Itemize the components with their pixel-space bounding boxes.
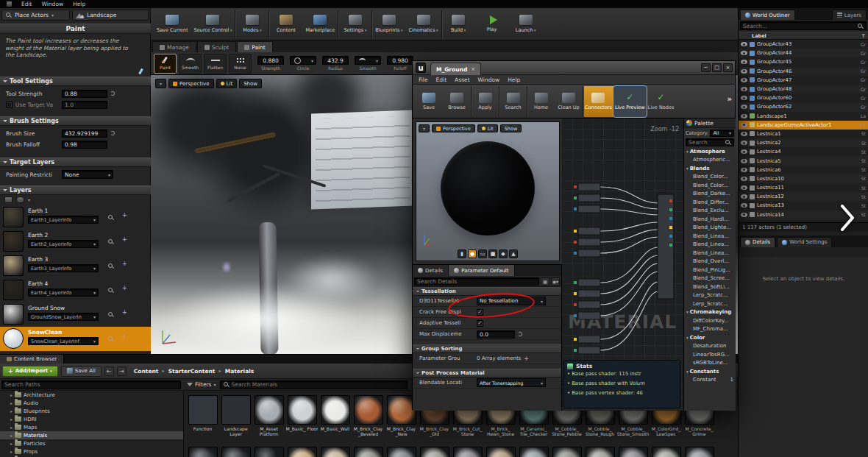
menubar-item[interactable]: Help — [73, 1, 85, 7]
mesh-shape-icon[interactable]: ▲ — [509, 249, 518, 258]
asset-tile[interactable]: Landscape Layer — [219, 395, 252, 447]
visibility-eye-icon[interactable] — [741, 60, 747, 64]
layer-find-icon[interactable] — [107, 214, 114, 221]
toolbar-button[interactable]: Build — [441, 10, 475, 39]
section-tool-settings[interactable]: Tool Settings — [0, 77, 151, 86]
layer-info-dropdown[interactable]: SnowClean_LayerInf▾ — [28, 337, 99, 345]
Earth 2[interactable]: Earth 2 Earth2_LayerInfo▾ + — [0, 230, 151, 254]
visibility-eye-icon[interactable] — [741, 203, 747, 208]
palette-item[interactable]: MF_Chroma... — [684, 325, 736, 334]
material-node-graph[interactable]: Zoom -12 MATERIAL — [562, 118, 683, 411]
outliner-row[interactable]: Lestnica1 St — [739, 130, 868, 138]
close-button[interactable]: × — [723, 63, 733, 72]
add-import-button[interactable]: Add/Import — [2, 366, 58, 377]
visibility-eye-icon[interactable] — [741, 213, 747, 217]
category-dropdown[interactable]: All▾ — [710, 130, 734, 137]
outliner-row[interactable]: Lestnica11 St — [739, 183, 868, 192]
landscape-field-input[interactable] — [355, 56, 381, 65]
palette-item[interactable]: Blend_SoftLi... — [684, 283, 736, 291]
section-tessellation[interactable]: Tessellation — [413, 287, 561, 296]
asset-tile[interactable] — [683, 447, 716, 457]
visibility-eye-icon[interactable] — [741, 159, 747, 163]
layer-add-icon[interactable]: + — [122, 236, 127, 243]
outliner-row[interactable]: Lestnica4 St — [739, 147, 868, 156]
palette-item[interactable]: Lerp_Scratc... — [684, 300, 736, 308]
toolbar-button[interactable]: Source Control — [191, 10, 235, 39]
outliner-row[interactable]: GroupActor44 Gr — [739, 49, 868, 57]
material-menu-item[interactable]: Window — [478, 77, 500, 83]
folder-tree-item[interactable]: Materials — [0, 431, 183, 439]
palette-item[interactable]: Color — [684, 333, 736, 342]
back-arrow-button[interactable]: ← — [104, 366, 114, 376]
outliner-search-input[interactable]: Search... — [740, 21, 867, 30]
teapot-shape-icon[interactable]: ◆ — [499, 249, 508, 258]
palette-item[interactable]: Constants — [684, 367, 736, 376]
material-toolbar-button[interactable]: Home — [527, 86, 555, 117]
visibility-eye-icon[interactable] — [741, 78, 747, 82]
outliner-row[interactable]: GroupActor47 Gr — [739, 76, 868, 85]
layer-add-icon[interactable]: + — [122, 285, 127, 291]
folder-tree-item[interactable]: Maps — [0, 423, 183, 431]
breadcrumb-item[interactable]: Materials — [225, 368, 262, 375]
layer-find-icon[interactable] — [107, 336, 114, 342]
layer-find-icon[interactable] — [107, 287, 114, 294]
asset-tile[interactable] — [252, 447, 285, 457]
palette-item[interactable]: DiffColorKey... — [684, 316, 736, 325]
asset-tile[interactable]: M_Basic_Wall — [319, 395, 352, 447]
outliner-row[interactable]: GroupActor62 Gr — [739, 102, 868, 111]
section-post-process[interactable]: Post Process Material — [413, 369, 561, 378]
viewport-perspective-button[interactable]: Perspective — [168, 79, 214, 88]
asset-tile[interactable] — [517, 447, 550, 457]
folder-tree-item[interactable]: HDRI — [0, 415, 183, 423]
add-layer-icon[interactable] — [4, 196, 13, 203]
viewport-options-button[interactable]: ▾ — [155, 79, 166, 88]
toolbar-button[interactable]: Cinematics — [405, 10, 441, 39]
material-toolbar-button[interactable]: Clean Up — [555, 86, 583, 117]
preview-options-button[interactable]: ▾ — [419, 124, 430, 132]
palette-item[interactable]: Blend_Darke... — [684, 190, 736, 199]
landscape-field-input[interactable] — [290, 56, 316, 65]
folder-tree-item[interactable]: Props — [0, 447, 183, 456]
visibility-eye-icon[interactable] — [741, 69, 747, 74]
palette-item[interactable]: Blend_Overl... — [684, 258, 736, 266]
section-brush-settings[interactable]: Brush Settings — [0, 116, 151, 126]
breadcrumb-item[interactable]: StarterContent — [168, 368, 225, 375]
layer-add-icon[interactable]: + — [122, 309, 127, 316]
asset-tile[interactable] — [650, 447, 683, 457]
visibility-eye-icon[interactable] — [741, 87, 747, 91]
landscape-field-input[interactable]: 0.880 — [257, 56, 284, 65]
viewport-show-button[interactable]: Show — [239, 79, 262, 88]
filters-button[interactable]: Filters▾ — [187, 380, 216, 389]
toolbar-button[interactable]: Save Current — [154, 10, 191, 39]
section-layers[interactable]: Layers — [0, 185, 151, 195]
folder-tree-item[interactable]: Audio — [0, 399, 183, 407]
reset-icon[interactable] — [110, 91, 115, 96]
material-toolbar-button[interactable]: Apply — [471, 86, 499, 117]
tab-details-bottom[interactable]: Details — [740, 237, 775, 247]
tab-world-settings[interactable]: World Settings — [777, 237, 832, 247]
material-toolbar-button[interactable]: Search — [499, 86, 527, 117]
tool-strength-input[interactable]: 0.88 — [62, 90, 107, 98]
toolbar-button[interactable]: Marketplace — [302, 10, 338, 39]
toolbar-button[interactable]: Launch — [509, 10, 543, 39]
outliner-row[interactable]: Landscape1 La — [739, 112, 868, 121]
cube-shape-icon[interactable]: ■ — [488, 249, 497, 258]
folder-tree-item[interactable]: Particles — [0, 439, 183, 447]
asset-tile[interactable] — [418, 447, 451, 457]
section-target-layers[interactable]: Target Layers — [0, 157, 151, 167]
outliner-row[interactable]: GroupActor46 Gr — [739, 67, 868, 76]
layer-info-dropdown[interactable]: Earth2_LayerInfo▾ — [28, 240, 99, 248]
palette-item[interactable]: Constant 1 — [684, 376, 736, 385]
tab-world-outliner[interactable]: World Outliner — [740, 10, 795, 20]
material-toolbar-button[interactable]: Browse — [443, 86, 471, 117]
mode-selector-dropdown[interactable]: Landscape — [72, 10, 149, 21]
preview-perspective-button[interactable]: Perspective — [432, 124, 475, 132]
add-element-icon[interactable]: + — [524, 355, 529, 362]
outliner-row[interactable]: Lestnica2 St — [739, 138, 868, 147]
toolbar-button[interactable]: Modes — [235, 10, 268, 39]
visibility-eye-icon[interactable] — [741, 141, 747, 145]
palette-search-input[interactable]: Search — [686, 138, 734, 146]
material-menu-item[interactable]: Help — [508, 77, 520, 83]
visibility-eye-icon[interactable] — [741, 51, 747, 55]
visibility-eye-icon[interactable] — [741, 132, 747, 136]
